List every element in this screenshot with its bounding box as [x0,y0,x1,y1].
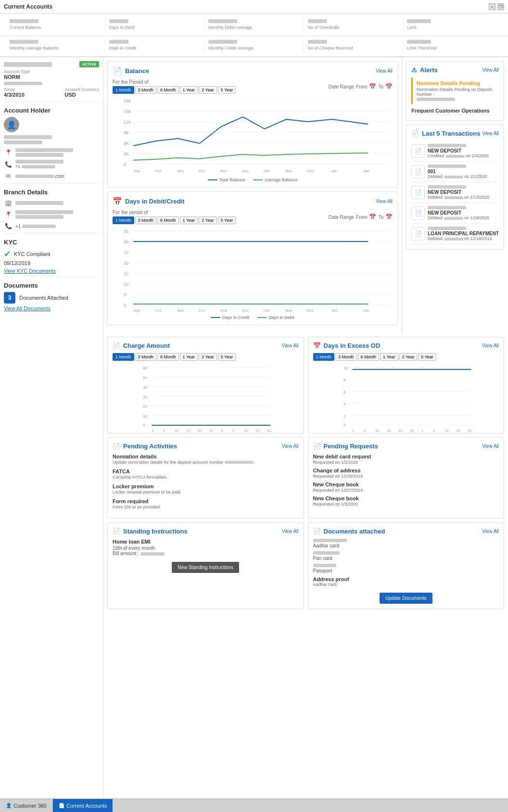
from-calendar-icon[interactable]: 📅 [369,83,376,90]
si-emi-detail1: 19th of every month [113,546,299,551]
balance-period-btns[interactable]: 1 Month 3 Month 6 Month 1 Year 2 Year 5 … [113,86,236,94]
od-1y[interactable]: 1 Year [380,353,398,361]
days-period-1m[interactable]: 1 Month [113,216,134,224]
freq-ops-title: Frequent Customer Operations [411,108,499,114]
stat-label: Limit [407,25,498,30]
docs-link[interactable]: View All Documents [4,305,99,311]
doc-name-4: Address proof [313,576,499,582]
period-1m[interactable]: 1 Month [113,86,134,94]
da-view-all[interactable]: View All [482,529,499,534]
txn-info-3: NEW DEPOSIT Debited on 1/13/2020 [428,185,499,200]
days-period-btns[interactable]: 1 Month 3 Month 6 Month 1 Year 2 Year 5 … [113,216,236,224]
alerts-view-all[interactable]: View All [482,67,499,73]
stat-value-bar [308,19,327,23]
period-5y[interactable]: 5 Year [218,86,236,94]
charge-1y[interactable]: 1 Year [180,353,198,361]
od-1m[interactable]: 1 Month [313,353,335,361]
pr-view-all[interactable]: View All [482,444,499,449]
txn-bar-5 [428,227,466,230]
kyc-header: KYC [4,239,99,246]
to-calendar-icon[interactable]: 📅 [385,83,393,90]
activity-title-1: Nomiation details [113,454,299,459]
charge-card-title: 📄 Charge Amount [113,342,170,349]
legend-days-credit-label: Days in Credit [222,315,250,320]
od-3m[interactable]: 3 Month [335,353,357,361]
txn-icon-3: 📄 [411,186,425,199]
svg-text:15K: 15K [124,109,131,114]
charge-6m[interactable]: 6 Month [157,353,179,361]
alert-title: Nominee Details Pending [417,80,495,86]
txn-view-all[interactable]: View All [482,131,499,136]
taskbar-current-accounts[interactable]: 📄 Current Accounts [53,799,113,812]
taskbar-customer360[interactable]: 👤 Customer 360 [0,799,52,812]
charge-period-btns[interactable]: 1 Month 3 Month 6 Month 1 Year 2 Year 5 … [113,353,299,361]
charge-1m[interactable]: 1 Month [113,353,134,361]
charge-3m[interactable]: 3 Month [135,353,157,361]
txn-info-2: 001 Debited on 2/1/2020 [428,165,499,179]
days-to-calendar-icon[interactable]: 📅 [385,214,393,220]
svg-text:15: 15 [456,429,460,432]
days-view-all[interactable]: View All [376,199,393,204]
pa-view-all[interactable]: View All [282,444,299,449]
kyc-status: KYC Compliant [14,251,50,257]
days-icon: 📅 [113,197,122,206]
svg-text:20: 20 [468,429,471,432]
stat-limit: Limit [403,17,502,32]
days-date-range: Date Range From 📅 To 📅 [329,214,393,220]
svg-text:10: 10 [175,429,178,432]
svg-text:20: 20 [124,261,128,266]
charge-2y[interactable]: 2 Year [199,353,217,361]
txn-header: 📄 Last 5 Transactions View All [411,130,499,137]
charge-view-all[interactable]: View All [282,343,299,348]
stat-label: Monthly Debit Average [208,25,300,30]
od-5y[interactable]: 5 Year [418,353,436,361]
branch-addr-bar-2 [15,215,64,219]
days-period-1y[interactable]: 1 Year [180,216,198,224]
days-chart-legend: Days in Credit Days in Debit [113,315,393,320]
svg-text:Dec: Dec [307,308,314,313]
svg-text:4: 4 [343,402,346,406]
holder-id-bar [4,140,42,144]
charge-card-header: 📄 Charge Amount View All [113,342,299,349]
balance-card: 📄 Balance View All For the Peroid of 1 M… [107,61,398,188]
stat-label: Current Balance [10,25,101,30]
txn-icon-1: 📄 [411,144,425,158]
update-documents-button[interactable]: Update Documents [380,593,432,604]
days-period-5y[interactable]: 5 Year [218,216,236,224]
balance-view-all[interactable]: View All [376,68,393,74]
new-standing-instructions-button[interactable]: New Standing Instructions [172,562,239,573]
upper-right: 📄 Balance View All For the Peroid of 1 M… [103,57,508,333]
kyc-check-icon: ✔ [4,249,11,259]
od-6m[interactable]: 6 Month [358,353,380,361]
pending-requests-card: 📄 Pending Requests View All New debit ca… [308,437,505,519]
days-period-6m[interactable]: 6 Month [157,216,179,224]
si-view-all[interactable]: View All [282,529,299,534]
stat-monthly-avg-balance: Monthly Average Balance [6,38,105,52]
doc-name-2: Pan card [313,556,499,561]
period-6m[interactable]: 6 Month [157,86,179,94]
charge-5y[interactable]: 5 Year [218,353,236,361]
txn-item-4: 📄 NEW DEPOSIT Debited on 1/18/2020 [411,203,499,224]
od-view-all[interactable]: View All [482,343,499,348]
period-2y[interactable]: 2 Year [199,86,217,94]
txn-type-4: NEW DEPOSIT [428,210,499,216]
days-period-3m[interactable]: 3 Month [135,216,157,224]
days-period-2y[interactable]: 2 Year [199,216,217,224]
svg-text:Oct: Oct [155,308,162,313]
svg-text:Nov: Nov [220,308,227,313]
days-card-title: 📅 Days in Debit/Credit [113,197,185,206]
od-period-btns[interactable]: 1 Month 3 Month 6 Month 1 Year 2 Year 5 … [313,353,499,361]
kyc-link[interactable]: View KYC Documents [4,268,56,274]
od-chart-svg: 10 8 6 4 2 0 [313,365,499,427]
period-3m[interactable]: 3 Month [135,86,157,94]
od-2y[interactable]: 2 Year [399,353,418,361]
days-from-calendar-icon[interactable]: 📅 [369,214,376,220]
pa-icon: 📄 [113,443,120,450]
stat-value-bar [109,40,128,44]
period-1y[interactable]: 1 Year [180,86,198,94]
alerts-title: ⚠ Alerts [411,66,438,74]
minimize-button[interactable]: ‒ [489,3,495,10]
restore-button[interactable]: ❐ [497,3,504,10]
txn-info-1: NEW DEPOSIT Credited on 2/4/2020 [428,144,499,158]
svg-text:Sep: Sep [133,169,140,173]
